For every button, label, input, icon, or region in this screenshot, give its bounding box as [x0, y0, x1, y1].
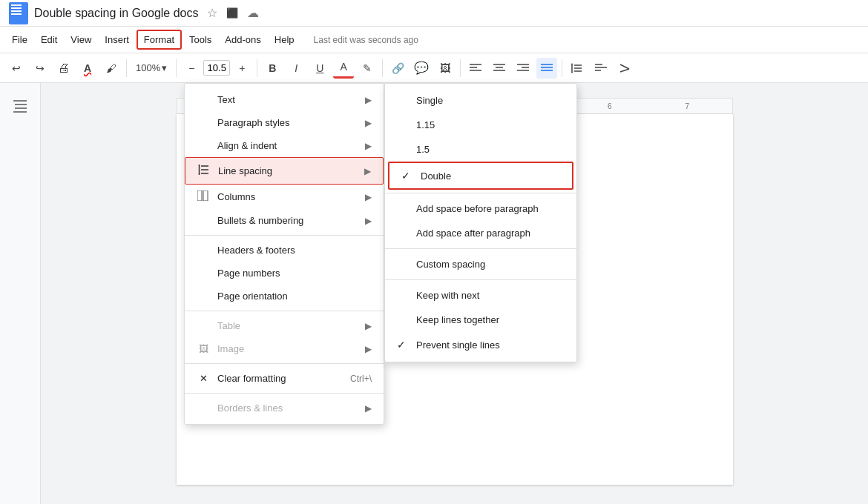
italic-button[interactable]: I [286, 58, 306, 79]
format-divider-3 [185, 363, 384, 364]
line-spacing-arrow: ▶ [364, 166, 371, 176]
ls-prevent-single-lines[interactable]: Prevent single lines [385, 332, 576, 357]
zoom-control[interactable]: 100% ▾ [131, 61, 171, 75]
font-size-increase[interactable]: + [231, 58, 252, 79]
format-menu-table: Table ▶ [185, 314, 384, 337]
ls-divider-1 [385, 193, 576, 193]
ls-1-5-label: 1.5 [416, 144, 430, 155]
toolbar-divider-2 [176, 59, 177, 77]
ls-custom-spacing[interactable]: Custom spacing [385, 252, 576, 276]
format-menu-clear-formatting[interactable]: ✕ Clear formatting Ctrl+\ [185, 367, 384, 390]
cloud-icon[interactable]: ☁ [247, 6, 259, 20]
bold-button[interactable]: B [262, 58, 283, 79]
align-indent-label: Align & indent [217, 140, 277, 151]
headers-footers-label: Headers & footers [217, 245, 295, 256]
menu-help[interactable]: Help [269, 31, 300, 48]
ls-double[interactable]: Double [388, 162, 573, 190]
ls-keep-lines-together[interactable]: Keep lines together [385, 308, 576, 332]
align-right-button[interactable] [513, 58, 533, 79]
clear-formatting-shortcut: Ctrl+\ [350, 374, 372, 384]
ls-keep-next-label: Keep with next [416, 290, 479, 301]
line-spacing-icon [197, 164, 211, 178]
font-color-button[interactable]: A [333, 58, 354, 79]
ls-prevent-single-label: Prevent single lines [416, 339, 500, 351]
font-size-decrease[interactable]: − [181, 58, 202, 79]
font-size-input[interactable] [203, 60, 230, 76]
format-dropdown-menu: Text ▶ Paragraph styles ▶ Align & indent… [184, 83, 384, 425]
ls-divider-3 [385, 279, 576, 280]
format-menu-paragraph-styles[interactable]: Paragraph styles ▶ [185, 111, 384, 134]
star-icon[interactable]: ☆ [207, 6, 217, 20]
title-bar: Double spacing in Google docs ☆ ⬛ ☁ [0, 0, 868, 27]
menu-bar: File Edit View Insert Format Tools Add-o… [0, 27, 868, 53]
page-numbers-label: Page numbers [217, 268, 280, 279]
ls-1-15[interactable]: 1.15 [385, 113, 576, 137]
columns-arrow: ▶ [365, 192, 372, 202]
svg-rect-30 [203, 190, 208, 201]
align-justify-button[interactable] [536, 58, 557, 79]
undo-button[interactable]: ↩ [6, 58, 27, 79]
borders-arrow: ▶ [365, 403, 372, 414]
image-button[interactable]: 🖼 [435, 58, 456, 79]
folder-icon[interactable]: ⬛ [226, 7, 238, 19]
columns-icon [197, 190, 210, 203]
redo-button[interactable]: ↪ [30, 58, 50, 79]
table-label: Table [217, 320, 240, 331]
columns-label: Columns [217, 191, 255, 202]
ls-add-space-before[interactable]: Add space before paragraph [385, 196, 576, 221]
print-button[interactable]: 🖨 [53, 58, 74, 79]
link-button[interactable]: 🔗 [387, 58, 408, 79]
menu-insert[interactable]: Insert [99, 31, 135, 48]
format-menu-page-numbers[interactable]: Page numbers [185, 262, 384, 285]
last-edit-status: Last edit was seconds ago [314, 35, 418, 45]
format-menu-text[interactable]: Text ▶ [185, 88, 384, 111]
format-divider-1 [185, 235, 384, 236]
menu-tools[interactable]: Tools [183, 31, 217, 48]
svg-line-19 [620, 64, 629, 69]
menu-addons[interactable]: Add-ons [219, 31, 266, 48]
ls-add-space-after[interactable]: Add space after paragraph [385, 221, 576, 245]
menu-view[interactable]: View [65, 31, 97, 48]
line-spacing-submenu: Single 1.15 1.5 Double Add space before … [384, 83, 577, 362]
ls-single[interactable]: Single [385, 88, 576, 113]
paragraph-styles-label: Paragraph styles [217, 117, 290, 128]
paint-format-button[interactable]: 🖌 [101, 58, 122, 79]
sidebar-outline-icon[interactable] [9, 95, 31, 117]
ls-1-5[interactable]: 1.5 [385, 137, 576, 162]
highlight-button[interactable]: ✎ [357, 58, 378, 79]
format-menu-line-spacing[interactable]: Line spacing ▶ [185, 157, 384, 185]
paragraph-styles-arrow: ▶ [365, 118, 372, 128]
format-menu-columns[interactable]: Columns ▶ [185, 185, 384, 209]
svg-line-20 [620, 69, 629, 72]
align-center-button[interactable] [489, 58, 510, 79]
format-divider-4 [185, 393, 384, 394]
more-options-button[interactable] [614, 58, 635, 79]
format-menu-align-indent[interactable]: Align & indent ▶ [185, 134, 384, 157]
ls-keep-with-next[interactable]: Keep with next [385, 283, 576, 308]
menu-format[interactable]: Format [137, 30, 182, 50]
format-options-button[interactable] [591, 58, 611, 79]
format-menu-bullets[interactable]: Bullets & numbering ▶ [185, 209, 384, 232]
page-orientation-label: Page orientation [217, 291, 288, 302]
format-menu-page-orientation[interactable]: Page orientation [185, 285, 384, 308]
zoom-value: 100% [136, 62, 160, 73]
image-arrow: ▶ [365, 344, 372, 354]
line-spacing-button[interactable] [567, 58, 588, 79]
ls-single-label: Single [416, 95, 443, 106]
menu-file[interactable]: File [6, 31, 33, 48]
align-left-button[interactable] [465, 58, 486, 79]
doc-icon [9, 2, 28, 24]
comment-button[interactable]: 💬 [411, 58, 432, 79]
doc-title: Double spacing in Google docs [34, 7, 198, 20]
ls-double-label: Double [421, 170, 451, 182]
underline-button[interactable]: U [309, 58, 330, 79]
toolbar: ↩ ↪ 🖨 A 🖌 100% ▾ − + B I U A ✎ 🔗 💬 🖼 [0, 53, 868, 83]
format-menu-image: 🖼 Image ▶ [185, 337, 384, 360]
table-arrow: ▶ [365, 321, 372, 331]
menu-edit[interactable]: Edit [35, 31, 63, 48]
toolbar-divider-4 [382, 59, 383, 77]
spellcheck-button[interactable]: A [77, 58, 98, 79]
clear-formatting-label: Clear formatting [217, 373, 286, 384]
format-menu-headers-footers[interactable]: Headers & footers [185, 239, 384, 262]
image-menu-icon: 🖼 [197, 343, 210, 354]
